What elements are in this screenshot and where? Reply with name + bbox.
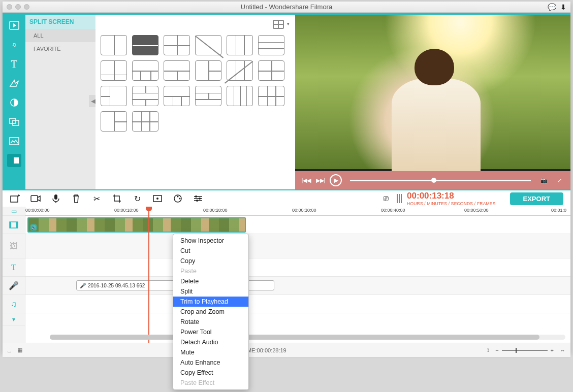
template-10[interactable] xyxy=(195,60,221,81)
menu-auto-enhance[interactable]: Auto Enhance xyxy=(173,357,248,368)
transition-icon[interactable] xyxy=(7,115,21,128)
ruler-mark: 00:00:50:00 xyxy=(464,208,489,213)
voiceover-button[interactable] xyxy=(50,193,61,204)
template-19[interactable] xyxy=(101,111,127,132)
template-7[interactable] xyxy=(101,60,127,81)
snapshot-button[interactable]: 📷 xyxy=(539,175,549,185)
effects-icon[interactable] xyxy=(7,77,21,90)
preview-frame xyxy=(295,15,570,169)
status-icon-1[interactable]: ⎵ xyxy=(8,347,11,353)
svg-rect-23 xyxy=(16,222,18,228)
template-14[interactable] xyxy=(132,86,158,106)
menu-show-inspector[interactable]: Show Inspector xyxy=(173,236,248,246)
record-button[interactable] xyxy=(30,193,41,204)
ruler[interactable]: 00:00:00:0000:00:10:0000:00:20:0000:00:3… xyxy=(25,207,570,216)
template-20[interactable] xyxy=(132,111,158,132)
template-11[interactable] xyxy=(227,60,253,81)
speed-button[interactable] xyxy=(152,193,163,204)
mic-icon: 🎤 xyxy=(80,283,86,288)
color-icon[interactable] xyxy=(7,96,21,109)
status-icon-2[interactable]: ▦ xyxy=(17,347,22,353)
menu-power-tool[interactable]: Power Tool xyxy=(173,327,248,337)
playhead[interactable] xyxy=(148,209,149,343)
template-8[interactable] xyxy=(132,60,158,81)
svg-point-17 xyxy=(196,200,198,202)
template-15[interactable] xyxy=(164,86,190,106)
voice-track[interactable]: 🎤 2016-10-25 09.45.13 662 xyxy=(25,277,570,295)
menu-rotate[interactable]: Rotate xyxy=(173,317,248,327)
template-6[interactable] xyxy=(258,35,284,55)
crop-button[interactable] xyxy=(111,193,122,204)
menu-copy-effect[interactable]: Copy Effect xyxy=(173,368,248,378)
template-9[interactable] xyxy=(164,60,190,81)
rotate-button[interactable]: ↻ xyxy=(132,193,143,204)
ruler-mark: 00:00:40:00 xyxy=(381,208,405,213)
next-button[interactable]: ▶▶| xyxy=(315,175,326,185)
category-favorite[interactable]: FAVORITE xyxy=(25,42,96,55)
status-bar: ⎵ ▦ TOTAL TIME:00:00:28:19 ⟟ − + ↔ xyxy=(3,343,570,357)
menu-cut[interactable]: Cut xyxy=(173,246,248,256)
add-media-button[interactable] xyxy=(10,193,21,204)
menu-crop-and-zoom[interactable]: Crop and Zoom xyxy=(173,307,248,317)
image-track-icon[interactable]: 🖼 xyxy=(3,234,25,258)
audio-mixer-button[interactable]: ⎚ xyxy=(380,193,392,204)
export-button[interactable]: EXPORT xyxy=(510,192,563,205)
zoom-in-button[interactable]: + xyxy=(551,347,554,353)
menu-detach-audio[interactable]: Detach Audio xyxy=(173,337,248,347)
zoom-track-icon[interactable]: ▾ xyxy=(3,313,25,325)
marker-track-icon[interactable]: ▭ xyxy=(3,207,25,216)
fullscreen-button[interactable]: ⤢ xyxy=(554,175,564,185)
image-icon[interactable] xyxy=(7,135,21,148)
template-17[interactable] xyxy=(227,86,253,106)
h-scrollbar[interactable] xyxy=(50,335,565,340)
video-clip[interactable]: 🔊 xyxy=(27,217,246,233)
snap-icon[interactable]: ⟟ xyxy=(487,347,489,353)
image-track[interactable] xyxy=(25,234,570,258)
music-track-icon[interactable]: ♫ xyxy=(3,295,25,313)
media-icon[interactable] xyxy=(7,19,21,32)
svg-point-13 xyxy=(177,196,179,198)
menu-mute[interactable]: Mute xyxy=(173,347,248,357)
template-16[interactable] xyxy=(195,86,221,106)
playback-slider[interactable] xyxy=(350,180,531,181)
video-track[interactable]: 🔊 xyxy=(25,216,570,234)
template-3[interactable] xyxy=(164,35,190,55)
svg-point-15 xyxy=(195,195,197,198)
template-1[interactable] xyxy=(101,35,127,55)
timecode-value: 00:00:13:18 xyxy=(407,191,495,201)
play-button[interactable]: ▶ xyxy=(330,174,342,186)
cut-button[interactable]: ✂ xyxy=(91,193,102,204)
view-toggle[interactable] xyxy=(273,20,284,29)
delete-button[interactable] xyxy=(71,193,82,204)
zoom-out-button[interactable]: − xyxy=(495,347,498,353)
settings-button[interactable] xyxy=(193,193,204,204)
music-track[interactable] xyxy=(25,295,570,313)
zoom-slider[interactable] xyxy=(502,350,548,351)
menu-trim-to-playhead[interactable]: Trim to Playhead xyxy=(173,297,248,307)
browser-title: SPLIT SCREEN xyxy=(25,15,96,29)
left-nav: ♫ T xyxy=(3,15,25,189)
music-icon[interactable]: ♫ xyxy=(7,38,21,51)
menu-split[interactable]: Split xyxy=(173,286,248,297)
template-13[interactable] xyxy=(101,86,127,106)
ruler-mark: 00:01:0 xyxy=(551,208,566,213)
template-4[interactable] xyxy=(195,35,221,55)
text-track[interactable] xyxy=(25,258,570,277)
video-track-icon[interactable] xyxy=(3,216,25,234)
context-menu: Show InspectorCutCopyPasteDeleteSplitTri… xyxy=(173,234,249,390)
fit-icon[interactable]: ↔ xyxy=(560,347,565,353)
menu-delete[interactable]: Delete xyxy=(173,276,248,286)
category-all[interactable]: ALL xyxy=(25,29,96,42)
text-icon[interactable]: T xyxy=(7,57,21,71)
color-button[interactable] xyxy=(172,193,183,204)
text-track-icon[interactable]: T xyxy=(3,258,25,277)
prev-button[interactable]: |◀◀ xyxy=(301,175,311,185)
menu-copy[interactable]: Copy xyxy=(173,256,248,266)
window-title: Untitled - Wondershare Filmora xyxy=(3,3,570,11)
voice-track-icon[interactable]: 🎤 xyxy=(3,277,25,295)
splitscreen-icon[interactable] xyxy=(7,154,21,167)
template-2[interactable] xyxy=(132,35,158,55)
template-5[interactable] xyxy=(227,35,253,55)
template-12[interactable] xyxy=(258,60,284,81)
template-18[interactable] xyxy=(258,86,284,106)
